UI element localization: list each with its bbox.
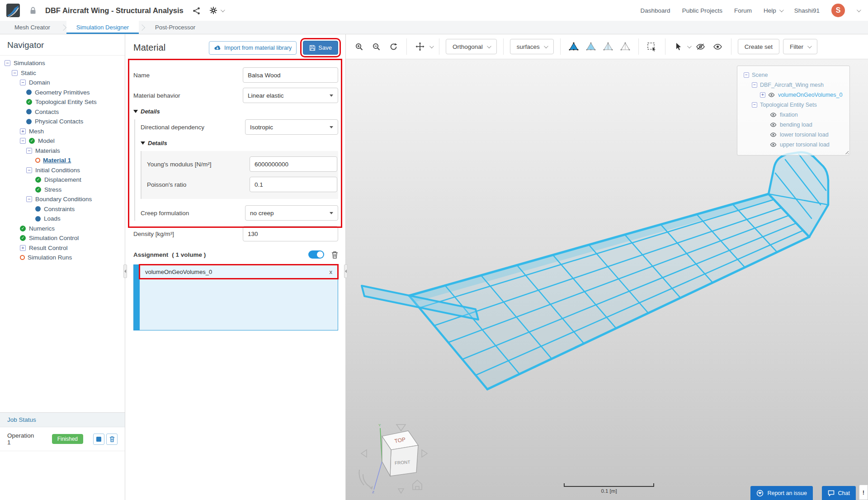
- chat-button[interactable]: Chat: [822, 486, 856, 500]
- tree-item-initial-conditions[interactable]: −Initial Conditions: [0, 165, 125, 175]
- poisson-ratio-input[interactable]: [250, 177, 337, 192]
- details-toggle[interactable]: Details: [133, 108, 338, 115]
- render-mode-select[interactable]: surfaces: [510, 39, 554, 54]
- material-name-input[interactable]: [243, 67, 338, 83]
- tree-item-displacement[interactable]: ✓Displacement: [0, 175, 125, 185]
- material-behavior-select[interactable]: Linear elastic: [243, 88, 338, 103]
- eye-icon[interactable]: [768, 93, 775, 97]
- mesh-quality-wire-icon[interactable]: [618, 40, 632, 53]
- assignment-toggle[interactable]: [308, 250, 324, 259]
- collapse-icon[interactable]: −: [26, 167, 32, 173]
- mesh-quality-solid-icon[interactable]: [567, 40, 580, 53]
- tree-item-simulations[interactable]: −Simulations: [0, 58, 125, 68]
- nav-forum[interactable]: Forum: [734, 7, 752, 14]
- assignment-item-row[interactable]: volumeOnGeoVolumes_0 x: [140, 265, 338, 278]
- nav-public-projects[interactable]: Public Projects: [682, 7, 722, 14]
- mesh-quality-faint-icon[interactable]: [601, 40, 615, 53]
- collapse-icon[interactable]: −: [26, 148, 32, 154]
- settings-gear-icon[interactable]: [209, 6, 224, 14]
- tree-item-materials[interactable]: −Materials: [0, 146, 125, 156]
- scene-item-lower-torsional-load[interactable]: lower torsional load: [742, 130, 845, 140]
- collapse-icon[interactable]: −: [752, 82, 757, 88]
- tree-item-material-1[interactable]: Material 1: [0, 156, 125, 165]
- tree-item-topological-entity-sets[interactable]: ✓Topological Entity Sets: [0, 97, 125, 107]
- zoom-in-icon[interactable]: [352, 40, 366, 53]
- reset-view-icon[interactable]: [387, 40, 400, 53]
- scene-item-mesh[interactable]: −DBF_Aircraft_Wing mesh: [742, 80, 845, 90]
- pan-move-icon[interactable]: [413, 40, 427, 53]
- projection-mode-select[interactable]: Orthogonal: [446, 39, 497, 54]
- app-logo-icon[interactable]: [6, 4, 20, 17]
- box-select-icon[interactable]: [645, 40, 659, 53]
- render-canvas[interactable]: −Scene −DBF_Aircraft_Wing mesh +volumeOn…: [346, 59, 868, 500]
- scene-item-scene[interactable]: −Scene: [742, 70, 845, 80]
- zoom-out-icon[interactable]: [369, 40, 383, 53]
- tree-item-loads[interactable]: Loads: [0, 214, 125, 224]
- username-label[interactable]: Shashi91: [794, 7, 820, 14]
- collapse-icon[interactable]: −: [12, 70, 18, 76]
- resize-grip-icon[interactable]: [844, 150, 849, 154]
- expand-icon[interactable]: +: [20, 245, 26, 251]
- trash-icon[interactable]: [331, 251, 338, 259]
- directional-dependency-select[interactable]: Isotropic: [245, 119, 338, 135]
- youngs-modulus-input[interactable]: [250, 156, 337, 172]
- filter-button[interactable]: Filter: [783, 39, 817, 54]
- nav-dashboard[interactable]: Dashboard: [641, 7, 670, 14]
- tab-simulation-designer[interactable]: Simulation Designer: [66, 21, 139, 34]
- tree-item-physical-contacts[interactable]: Physical Contacts: [0, 117, 125, 127]
- collapse-icon[interactable]: −: [744, 72, 749, 78]
- chevron-down-icon[interactable]: [857, 8, 861, 12]
- navigation-cube[interactable]: Y Z X TOP FRONT: [356, 421, 433, 495]
- eye-icon[interactable]: [770, 142, 777, 147]
- tree-item-boundary-conditions[interactable]: −Boundary Conditions: [0, 194, 125, 204]
- notification-tab[interactable]: !: [859, 485, 868, 500]
- collapse-icon[interactable]: −: [5, 60, 10, 66]
- expand-icon[interactable]: +: [760, 92, 765, 98]
- tree-item-geometry-primitives[interactable]: Geometry Primitives: [0, 88, 125, 98]
- collapse-icon[interactable]: −: [20, 138, 26, 144]
- tree-item-stress[interactable]: ✓Stress: [0, 185, 125, 195]
- import-material-library-button[interactable]: Import from material library: [209, 41, 297, 55]
- eye-icon[interactable]: [770, 113, 777, 117]
- create-set-button[interactable]: Create set: [738, 39, 779, 54]
- scene-item-topological-entity-sets[interactable]: −Topological Entity Sets: [742, 100, 845, 110]
- tree-item-constraints[interactable]: Constraints: [0, 204, 125, 214]
- report-issue-button[interactable]: Report an issue: [750, 486, 813, 500]
- chevron-down-icon[interactable]: [687, 44, 692, 48]
- show-all-icon[interactable]: [711, 40, 725, 53]
- eye-icon[interactable]: [770, 132, 777, 137]
- tab-mesh-creator[interactable]: Mesh Creator: [5, 21, 60, 34]
- collapse-icon[interactable]: −: [26, 196, 32, 202]
- select-cursor-icon[interactable]: [672, 40, 685, 53]
- avatar[interactable]: S: [831, 4, 845, 17]
- tree-item-domain[interactable]: −Domain: [0, 78, 125, 88]
- collapse-icon[interactable]: −: [752, 102, 757, 108]
- save-button[interactable]: Save: [303, 41, 338, 55]
- mesh-quality-light-icon[interactable]: [584, 40, 598, 53]
- scene-item-fixation[interactable]: fixation: [742, 110, 845, 120]
- details-toggle[interactable]: Details: [141, 140, 338, 146]
- creep-formulation-select[interactable]: no creep: [245, 205, 338, 221]
- stop-operation-button[interactable]: [93, 434, 104, 445]
- chevron-down-icon[interactable]: [429, 44, 434, 48]
- tree-item-mesh[interactable]: +Mesh: [0, 127, 125, 137]
- scene-item-upper-torsional-load[interactable]: upper torsional load: [742, 140, 845, 150]
- tree-item-result-control[interactable]: +Result Control: [0, 243, 125, 253]
- panel-resize-handle[interactable]: [123, 264, 127, 278]
- remove-assignment-icon[interactable]: x: [330, 269, 333, 275]
- tree-item-numerics[interactable]: ✓Numerics: [0, 224, 125, 234]
- tree-item-static[interactable]: −Static: [0, 68, 125, 78]
- delete-operation-button[interactable]: [106, 434, 118, 445]
- share-icon[interactable]: [193, 7, 200, 14]
- scene-item-volume[interactable]: +volumeOnGeoVolumes_0: [742, 90, 845, 100]
- tree-item-contacts[interactable]: Contacts: [0, 107, 125, 117]
- tree-item-model[interactable]: −✓Model: [0, 136, 125, 146]
- tree-item-simulation-control[interactable]: ✓Simulation Control: [0, 233, 125, 243]
- panel-resize-handle[interactable]: [344, 264, 348, 278]
- expand-icon[interactable]: +: [20, 128, 26, 134]
- density-input[interactable]: [243, 226, 338, 241]
- hide-selection-icon[interactable]: [694, 40, 708, 53]
- scene-item-bending-load[interactable]: bending load: [742, 120, 845, 130]
- eye-icon[interactable]: [770, 123, 777, 127]
- tree-item-simulation-runs[interactable]: Simulation Runs: [0, 253, 125, 263]
